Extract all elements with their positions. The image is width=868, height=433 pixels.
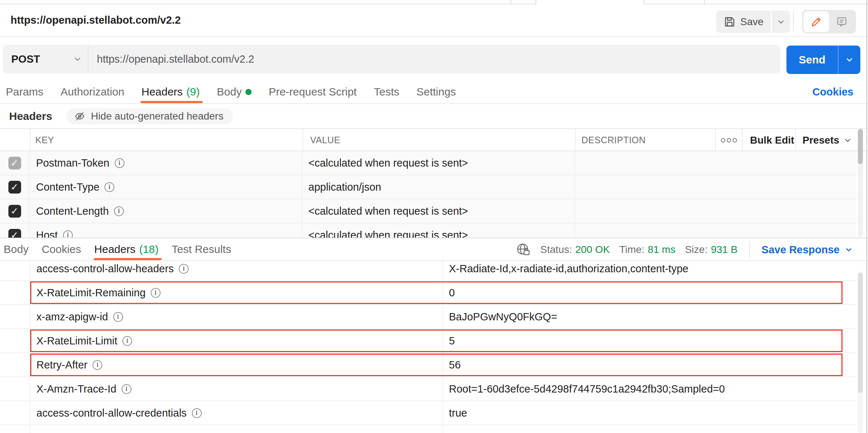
info-icon[interactable]: i xyxy=(114,206,124,216)
header-description-cell[interactable] xyxy=(575,175,856,199)
response-header-row: Retry-Afteri56 xyxy=(0,353,856,377)
presets-button[interactable]: Presets xyxy=(802,129,852,151)
header-value-cell[interactable]: <calculated when request is sent> xyxy=(303,223,575,238)
row-checkbox[interactable]: ✓ xyxy=(8,229,21,238)
floppy-disk-icon xyxy=(723,16,736,28)
meta-divider xyxy=(749,242,750,258)
chevron-down-icon xyxy=(843,136,852,145)
response-header-key-cell[interactable]: x-amz-apigw-idi xyxy=(30,305,443,328)
row-checkbox[interactable]: ✓ xyxy=(8,205,21,218)
info-icon[interactable]: i xyxy=(179,264,189,274)
column-header-description: DESCRIPTION xyxy=(581,129,646,151)
response-tab-headers[interactable]: Headers(18) xyxy=(94,238,159,260)
checkbox-cell: ✓ xyxy=(0,151,30,175)
request-tab-params[interactable]: Params xyxy=(6,81,43,103)
response-header-value-cell[interactable]: 5 xyxy=(443,329,856,352)
info-icon[interactable]: i xyxy=(192,408,202,418)
info-icon[interactable]: i xyxy=(122,384,131,394)
response-headers-table: access-control-allow-headersiX-Radiate-I… xyxy=(0,261,868,433)
save-options-button[interactable] xyxy=(772,11,790,33)
column-header-key: KEY xyxy=(35,129,54,151)
response-tab-test-results[interactable]: Test Results xyxy=(172,238,231,260)
response-section: BodyCookiesHeaders(18)Test Results Statu… xyxy=(0,238,868,433)
request-tab-pre-request-script[interactable]: Pre-request Script xyxy=(269,81,357,103)
response-header-key-cell[interactable]: Retry-Afteri xyxy=(30,353,443,377)
response-header-value: true xyxy=(449,407,467,419)
response-header-key-cell[interactable]: access-control-allow-headersi xyxy=(30,261,443,280)
header-key-cell[interactable]: Content-Typei xyxy=(30,175,303,199)
window-right-edge xyxy=(866,0,867,433)
response-header-value-cell[interactable]: X-Radiate-Id,x-radiate-id,authorization,… xyxy=(443,261,856,280)
info-icon[interactable]: i xyxy=(92,360,102,370)
response-header-value-cell[interactable]: true xyxy=(443,401,856,425)
response-header-value: 0 xyxy=(449,287,455,299)
response-tab-body[interactable]: Body xyxy=(4,238,28,260)
response-header-key: X-RateLimit-Limit xyxy=(36,335,117,347)
response-header-key-cell[interactable]: X-Amzn-Trace-Idi xyxy=(30,377,443,401)
more-options-icon[interactable] xyxy=(720,129,738,151)
response-header-key-cell[interactable]: X-RateLimit-Remainingi xyxy=(30,281,443,304)
response-header-key-cell[interactable]: X-RateLimit-Limiti xyxy=(30,329,443,352)
request-tab-headers[interactable]: Headers(9) xyxy=(141,81,200,103)
row-checkbox[interactable]: ✓ xyxy=(8,157,21,169)
send-options-button[interactable] xyxy=(838,46,860,74)
row-gutter xyxy=(0,377,30,401)
header-value-cell[interactable]: <calculated when request is sent> xyxy=(303,151,575,175)
request-tab-body[interactable]: Body xyxy=(217,81,252,103)
response-header-value-cell[interactable]: Root=1-60d3efce-5d4298f744759c1a2942fb30… xyxy=(443,377,856,401)
hide-autogenerated-toggle[interactable]: Hide auto-generated headers xyxy=(67,108,233,124)
header-description-cell[interactable] xyxy=(575,223,856,238)
status-badge: Status: 200 OK xyxy=(540,244,610,255)
header-description-cell[interactable] xyxy=(575,151,856,175)
save-response-button[interactable]: Save Response xyxy=(762,244,853,256)
response-header-value-cell[interactable]: 56 xyxy=(443,353,856,377)
tab-label: Headers xyxy=(94,243,135,255)
app-tab-strip[interactable] xyxy=(0,0,868,4)
info-icon[interactable]: i xyxy=(151,288,161,298)
request-tab-settings[interactable]: Settings xyxy=(417,81,456,103)
request-headers-table: KEY VALUE DESCRIPTION Bulk Edit Presets … xyxy=(0,128,868,238)
header-key-cell[interactable]: Postman-Tokeni xyxy=(30,151,303,175)
tab-divider xyxy=(536,0,536,4)
info-icon[interactable]: i xyxy=(113,312,123,322)
request-header-row: ✓Content-Typeiapplication/json xyxy=(0,175,856,199)
response-header-value-cell[interactable] xyxy=(443,425,856,433)
size-label: Size: xyxy=(685,244,707,255)
response-header-key-cell[interactable]: access-control-allow-credentialsi xyxy=(30,401,443,425)
row-gutter xyxy=(0,425,30,433)
info-icon[interactable]: i xyxy=(115,158,125,168)
header-key-cell[interactable]: Content-Lengthi xyxy=(30,199,303,223)
header-key-cell[interactable]: Hosti xyxy=(30,223,303,238)
info-icon[interactable]: i xyxy=(122,336,132,346)
bulk-edit-button[interactable]: Bulk Edit xyxy=(750,129,794,151)
info-icon[interactable]: i xyxy=(104,182,114,192)
request-tab-authorization[interactable]: Authorization xyxy=(60,81,124,103)
checkbox-cell: ✓ xyxy=(0,223,30,238)
response-header-key-cell[interactable] xyxy=(30,425,443,433)
size-badge: Size: 931 B xyxy=(685,244,737,255)
response-header-value-cell[interactable]: 0 xyxy=(443,281,856,304)
send-button[interactable]: Send xyxy=(786,46,838,74)
method-selector[interactable]: POST xyxy=(3,45,88,73)
request-table-scrollbar-thumb[interactable] xyxy=(858,129,863,164)
response-table-scrollbar-thumb[interactable] xyxy=(858,273,863,393)
response-header-value-cell[interactable]: BaJoPGwNyQ0FkGQ= xyxy=(443,305,856,328)
save-button[interactable]: Save xyxy=(716,11,771,33)
checkmark-icon: ✓ xyxy=(11,206,19,216)
response-header-row: X-RateLimit-Limiti5 xyxy=(0,329,856,353)
info-icon[interactable]: i xyxy=(63,230,73,238)
method-label: POST xyxy=(11,53,40,65)
header-value-cell[interactable]: <calculated when request is sent> xyxy=(303,199,575,223)
header-description-cell[interactable] xyxy=(575,199,856,223)
comments-button[interactable] xyxy=(829,11,855,32)
url-input[interactable]: https://openapi.stellabot.com/v2.2 xyxy=(88,53,780,65)
response-table-rows: access-control-allow-headersiX-Radiate-I… xyxy=(0,261,856,433)
cookies-link[interactable]: Cookies xyxy=(812,81,853,103)
request-tab-tests[interactable]: Tests xyxy=(374,81,399,103)
header-value-cell[interactable]: application/json xyxy=(303,175,575,199)
row-checkbox[interactable]: ✓ xyxy=(8,181,21,194)
edit-mode-button[interactable] xyxy=(804,11,829,32)
network-globe-lock-icon[interactable] xyxy=(516,242,531,257)
toolbar-divider xyxy=(793,12,794,32)
response-tab-cookies[interactable]: Cookies xyxy=(42,238,81,260)
